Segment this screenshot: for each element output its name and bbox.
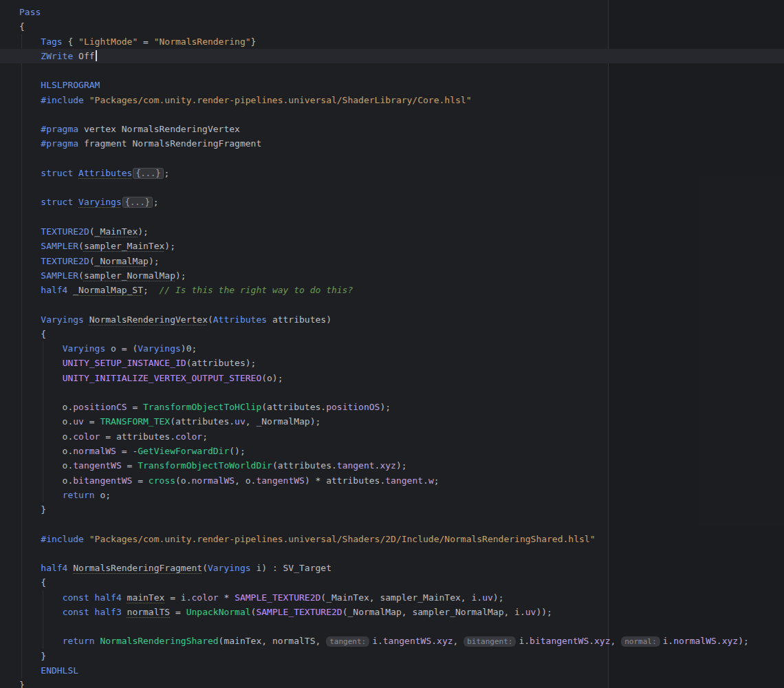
parameter-hint-chip[interactable]: tangent: bbox=[326, 636, 369, 647]
code-line[interactable]: return NormalsRenderingShared(mainTex, n… bbox=[0, 634, 784, 648]
code-token: Varyings bbox=[41, 314, 84, 325]
code-token bbox=[19, 36, 41, 47]
code-token: { bbox=[19, 329, 46, 339]
code-editor[interactable]: Pass{ Tags { "LightMode" = "NormalsRende… bbox=[0, 0, 784, 688]
code-token: (_NormalMap, sampler_NormalMap, i. bbox=[342, 607, 525, 617]
code-token: SAMPLER bbox=[41, 270, 78, 281]
code-line[interactable]: const half3 normalTS = UnpackNormal(SAMP… bbox=[0, 605, 784, 619]
code-token bbox=[19, 138, 41, 149]
code-line[interactable]: } bbox=[0, 678, 784, 688]
code-line[interactable]: { bbox=[0, 575, 784, 590]
code-line[interactable]: struct Varyings{...}; bbox=[0, 195, 784, 209]
code-line[interactable]: Pass bbox=[0, 5, 784, 19]
code-token: positionCS bbox=[73, 402, 127, 412]
code-line[interactable] bbox=[0, 180, 784, 195]
code-line[interactable]: struct Attributes{...}; bbox=[0, 166, 784, 180]
code-line[interactable]: Varyings NormalsRenderingVertex(Attribut… bbox=[0, 312, 784, 327]
code-token: normalWS bbox=[73, 446, 116, 456]
code-area[interactable]: Pass{ Tags { "LightMode" = "NormalsRende… bbox=[0, 0, 784, 688]
code-line[interactable] bbox=[0, 546, 784, 561]
code-line[interactable]: } bbox=[0, 502, 784, 517]
code-token: ); bbox=[380, 402, 391, 412]
code-line[interactable] bbox=[0, 297, 784, 312]
code-token: ZWrite bbox=[41, 51, 73, 61]
code-token: tangentWS bbox=[256, 475, 304, 486]
code-token: HLSLPROGRAM bbox=[41, 80, 100, 90]
code-line[interactable]: #pragma fragment NormalsRenderingFragmen… bbox=[0, 136, 784, 151]
code-line[interactable]: o.color = attributes.color; bbox=[0, 429, 784, 444]
code-token: color bbox=[175, 431, 202, 442]
code-line[interactable]: TEXTURE2D(_NormalMap); bbox=[0, 254, 784, 268]
code-line[interactable]: #include "Packages/com.unity.render-pipe… bbox=[0, 93, 784, 107]
parameter-hint-chip[interactable]: normal: bbox=[621, 636, 660, 647]
code-token: { bbox=[63, 36, 78, 47]
text-caret bbox=[96, 50, 97, 61]
code-line[interactable]: SAMPLER(sampler_MainTex); bbox=[0, 239, 784, 253]
code-line[interactable] bbox=[0, 151, 784, 166]
code-token bbox=[84, 95, 89, 105]
code-token: _NormalMap bbox=[95, 256, 149, 266]
code-token: = attributes. bbox=[100, 431, 175, 442]
code-line[interactable]: ZWrite Off bbox=[0, 49, 784, 63]
code-line[interactable]: o.tangentWS = TransformObjectToWorldDir(… bbox=[0, 458, 784, 473]
code-line[interactable]: half4 NormalsRenderingFragment(Varyings … bbox=[0, 561, 784, 575]
code-token: (_MainTex, sampler_MainTex, i. bbox=[320, 592, 482, 603]
code-token bbox=[19, 343, 63, 354]
code-line[interactable] bbox=[0, 619, 784, 634]
folded-region[interactable]: {...} bbox=[122, 197, 153, 208]
code-line[interactable]: #pragma vertex NormalsRenderingVertex bbox=[0, 122, 784, 136]
code-line[interactable]: return o; bbox=[0, 488, 784, 502]
code-token: Varyings bbox=[208, 563, 251, 573]
code-line[interactable]: const half4 mainTex = i.color * SAMPLE_T… bbox=[0, 590, 784, 605]
code-token: SAMPLE_TEXTURE2D bbox=[256, 607, 342, 617]
code-line[interactable]: UNITY_INITIALIZE_VERTEX_OUTPUT_STEREO(o)… bbox=[0, 371, 784, 385]
code-line[interactable]: HLSLPROGRAM bbox=[0, 78, 784, 92]
code-line[interactable]: } bbox=[0, 649, 784, 663]
code-line[interactable]: o.uv = TRANSFORM_TEX(attributes.uv, _Nor… bbox=[0, 414, 784, 429]
code-line[interactable] bbox=[0, 385, 784, 400]
parameter-hint-chip[interactable]: bitangent: bbox=[464, 636, 516, 647]
code-line[interactable]: #include "Packages/com.unity.render-pipe… bbox=[0, 532, 784, 546]
code-token: sampler_NormalMap bbox=[84, 270, 175, 281]
code-token: . bbox=[431, 636, 437, 646]
code-line[interactable] bbox=[0, 107, 784, 122]
folded-region[interactable]: {...} bbox=[133, 168, 163, 179]
code-token: uv bbox=[482, 592, 493, 603]
code-line[interactable]: Varyings o = (Varyings)0; bbox=[0, 341, 784, 356]
code-token bbox=[89, 592, 95, 603]
code-line[interactable]: Tags { "LightMode" = "NormalsRendering"} bbox=[0, 34, 784, 49]
code-token bbox=[19, 168, 41, 178]
code-token: )0; bbox=[181, 343, 197, 354]
code-line[interactable]: o.positionCS = TransformObjectToHClip(at… bbox=[0, 400, 784, 414]
code-token bbox=[19, 95, 41, 105]
code-line[interactable]: { bbox=[0, 327, 784, 341]
code-token bbox=[19, 534, 41, 544]
code-line[interactable]: o.bitangentWS = cross(o.normalWS, o.tang… bbox=[0, 473, 784, 488]
code-line[interactable] bbox=[0, 517, 784, 531]
code-line[interactable]: SAMPLER(sampler_NormalMap); bbox=[0, 268, 784, 283]
code-line[interactable]: { bbox=[0, 19, 784, 34]
code-line[interactable]: UNITY_SETUP_INSTANCE_ID(attributes); bbox=[0, 356, 784, 370]
code-token: Attributes bbox=[213, 314, 267, 325]
code-token: "NormalsRendering" bbox=[154, 36, 251, 47]
code-token: { bbox=[19, 21, 25, 32]
code-line[interactable] bbox=[0, 210, 784, 224]
code-line[interactable]: TEXTURE2D(_MainTex); bbox=[0, 224, 784, 239]
code-token: positionOS bbox=[326, 402, 380, 412]
code-token: const bbox=[63, 607, 89, 617]
code-token: Tags bbox=[41, 36, 62, 47]
code-token bbox=[19, 314, 41, 325]
code-line[interactable]: o.normalWS = -GetViewForwardDir(); bbox=[0, 444, 784, 458]
code-line[interactable] bbox=[0, 63, 784, 78]
code-token: color bbox=[73, 431, 100, 442]
code-token: UnpackNormal bbox=[186, 607, 251, 617]
code-token: "Packages/com.unity.render-pipelines.uni… bbox=[89, 534, 596, 544]
code-token: cross bbox=[149, 475, 175, 486]
code-token: o. bbox=[19, 460, 73, 471]
code-token: , bbox=[453, 636, 464, 646]
code-token: TEXTURE2D bbox=[41, 256, 89, 266]
code-line[interactable]: ENDHLSL bbox=[0, 663, 784, 678]
code-token: Attributes bbox=[78, 168, 132, 178]
code-token: w bbox=[428, 475, 434, 486]
code-line[interactable]: half4 _NormalMap_ST; // Is this the righ… bbox=[0, 283, 784, 297]
